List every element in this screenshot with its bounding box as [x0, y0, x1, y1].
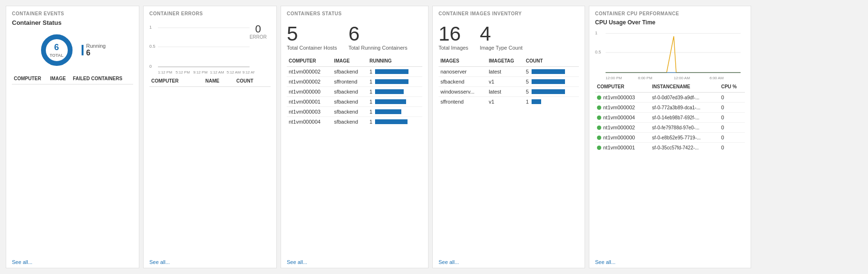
cpu-instance: sf-0-772a3b89-dca1-... [650, 103, 720, 113]
cpu-chart-title: CPU Usage Over Time [595, 19, 745, 26]
img-tag: latest [487, 87, 524, 97]
running-bar [375, 119, 408, 124]
stat-running-label: Total Running Containers [348, 45, 408, 51]
images-col-count: COUNT [524, 56, 579, 67]
errors-table: COMPUTER NAME COUNT [149, 76, 271, 87]
status-col-image: IMAGE [332, 56, 367, 67]
stat-running-num: 6 [348, 23, 408, 45]
running-bar [375, 109, 401, 114]
cpu-value: 0 [719, 133, 745, 143]
error-chart: 0 ERROR 1 0.5 0 1:12 PM 5:12 PM 9:12 PM … [149, 22, 271, 74]
error-badge: 0 ERROR [250, 24, 267, 40]
svg-text:5:12 AM: 5:12 AM [227, 70, 241, 74]
errors-see-all[interactable]: See all... [149, 255, 271, 265]
table-row: nt1vm000002 sfbackend 1 [287, 67, 422, 77]
stat-total-images: 16 Total Images [439, 23, 468, 51]
events-see-all[interactable]: See all... [12, 255, 133, 265]
table-row: nt1vm000000 sfbackend 1 [287, 87, 422, 97]
status-table: COMPUTER IMAGE RUNNING nt1vm000002 sfbac… [287, 56, 422, 126]
cpu-panel: CONTAINER CPU PERFORMANCE CPU Usage Over… [589, 6, 751, 268]
table-row: nanoserver latest 5 [439, 67, 579, 77]
svg-text:12:00 AM: 12:00 AM [674, 76, 690, 80]
cpu-panel-title: CONTAINER CPU PERFORMANCE [595, 11, 745, 16]
running-bar [375, 69, 408, 74]
status-dot [597, 105, 601, 110]
table-row: nt1vm000002 sf-0-772a3b89-dca1-... 0 [595, 103, 745, 113]
running-bar [375, 79, 408, 84]
count-bar [532, 79, 565, 84]
donut-section: 6 TOTAL Running 6 [12, 28, 133, 72]
error-svg-chart: 1 0.5 0 1:12 PM 5:12 PM 9:12 PM 1:12 AM … [149, 22, 254, 74]
cpu-instance: sf-0-14eb98b7-692f-... [650, 113, 720, 123]
running-value: 6 [86, 49, 106, 57]
stat-image-types-label: Image Type Count [480, 45, 523, 51]
status-image: sfbackend [332, 67, 367, 77]
cpu-value: 0 [719, 113, 745, 123]
status-see-all[interactable]: See all... [287, 255, 422, 265]
status-image: sffrontend [332, 77, 367, 87]
cpu-table: COMPUTER INSTANCENAME CPU % nt1vm000003 … [595, 82, 745, 152]
donut-label: 6 TOTAL [50, 42, 63, 58]
cpu-col-instance: INSTANCENAME [650, 82, 720, 93]
img-name: nanoserver [439, 67, 487, 77]
svg-text:9:12 AM: 9:12 AM [242, 70, 254, 74]
svg-text:12:00 PM: 12:00 PM [606, 76, 622, 80]
svg-text:1:12 PM: 1:12 PM [158, 70, 172, 74]
events-table: COMPUTER IMAGE FAILED CONTAINERS [12, 74, 133, 84]
svg-text:1: 1 [595, 31, 597, 35]
status-computer: nt1vm000002 [287, 67, 332, 77]
stat-image-types: 4 Image Type Count [480, 23, 523, 51]
donut-total: 6 [50, 42, 63, 53]
cpu-value: 0 [719, 93, 745, 103]
stat-running: 6 Total Running Containers [348, 23, 408, 51]
img-count: 5 [524, 67, 579, 77]
status-computer: nt1vm000003 [287, 107, 332, 117]
status-dot [597, 95, 601, 100]
images-panel-title: CONTAINER IMAGES INVENTORY [439, 11, 579, 16]
cpu-see-all[interactable]: See all... [595, 255, 745, 265]
cpu-col-computer: COMPUTER [595, 82, 650, 93]
table-row: nt1vm000004 sf-0-14eb98b7-692f-... 0 [595, 113, 745, 123]
img-count: 1 [524, 97, 579, 107]
svg-text:0: 0 [149, 64, 152, 69]
table-row: nt1vm000004 sfbackend 1 [287, 117, 422, 127]
containers-status-panel: CONTAINERS STATUS 5 Total Container Host… [281, 6, 429, 268]
table-row: sfbackend v1 5 [439, 77, 579, 87]
img-count: 5 [524, 77, 579, 87]
status-running: 1 [367, 107, 422, 117]
status-computer: nt1vm000004 [287, 117, 332, 127]
table-row: nt1vm000001 sfbackend 1 [287, 97, 422, 107]
count-bar [532, 89, 565, 94]
images-big-stats: 16 Total Images 4 Image Type Count [439, 19, 579, 54]
status-running: 1 [367, 97, 422, 107]
cpu-computer: nt1vm000003 [595, 93, 650, 103]
stat-total-images-num: 16 [439, 23, 468, 45]
table-row: nt1vm000003 sf-0-0d07ed39-a9df-... 0 [595, 93, 745, 103]
images-see-all[interactable]: See all... [439, 255, 579, 265]
status-dot [597, 126, 601, 130]
svg-text:1: 1 [149, 25, 152, 30]
donut-chart: 6 TOTAL [40, 33, 74, 67]
count-bar [532, 69, 565, 74]
images-col-tag: IMAGETAG [487, 56, 524, 67]
svg-text:1:12 AM: 1:12 AM [210, 70, 224, 74]
status-image: sfbackend [332, 97, 367, 107]
errors-panel-title: CONTAINER ERRORS [149, 11, 271, 16]
cpu-value: 0 [719, 143, 745, 153]
cpu-computer: nt1vm000001 [595, 143, 650, 153]
events-panel-title: CONTAINER EVENTS [12, 11, 133, 16]
img-tag: v1 [487, 97, 524, 107]
img-name: sfbackend [439, 77, 487, 87]
count-bar [532, 99, 541, 104]
cpu-instance: sf-0-e8b52e95-7719-... [650, 133, 720, 143]
cpu-computer: nt1vm000002 [595, 103, 650, 113]
img-name: windowsserv... [439, 87, 487, 97]
table-row: nt1vm000002 sffrontend 1 [287, 77, 422, 87]
status-col-running: RUNNING [367, 56, 422, 67]
status-image: sfbackend [332, 107, 367, 117]
images-table: IMAGES IMAGETAG COUNT nanoserver latest … [439, 56, 579, 106]
events-col-image: IMAGE [48, 74, 71, 84]
table-row: sffrontend v1 1 [439, 97, 579, 107]
running-label: Running [86, 43, 106, 49]
images-col-image: IMAGES [439, 56, 487, 67]
